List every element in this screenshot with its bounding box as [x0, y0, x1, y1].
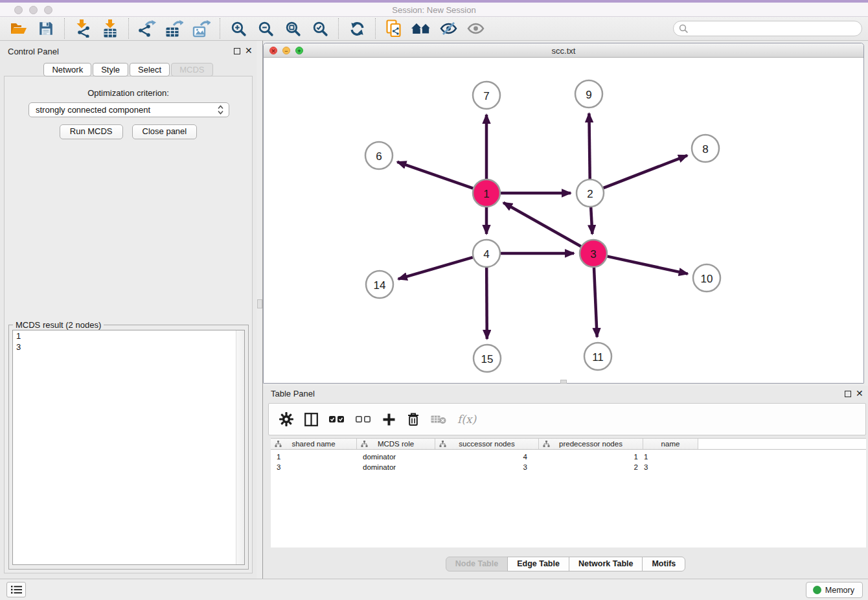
task-history-button[interactable] [6, 582, 26, 597]
network-resize-grip[interactable] [560, 380, 567, 384]
graph-edge-1-6[interactable] [397, 162, 473, 189]
graph-edge-3-11[interactable] [594, 268, 597, 337]
table-deselect-all-button[interactable] [356, 415, 371, 423]
cell-shared-name[interactable]: 3 [271, 463, 357, 471]
list-icon [11, 585, 22, 594]
graph-node-4[interactable]: 4 [473, 240, 500, 267]
table-column-pane-button[interactable] [304, 413, 318, 426]
zoom-in-button[interactable] [229, 19, 248, 38]
tab-motifs[interactable]: Motifs [642, 557, 685, 571]
show-button[interactable] [466, 19, 485, 38]
column-label: predecessor nodes [559, 440, 622, 448]
export-image-button[interactable] [192, 19, 211, 38]
graph-node-6[interactable]: 6 [365, 142, 393, 169]
new-network-from-selection-button[interactable] [384, 19, 404, 38]
cell-mcds-role[interactable]: dominator [357, 453, 435, 461]
import-network-button[interactable] [73, 19, 93, 38]
tree-icon [543, 441, 550, 448]
graph-node-9[interactable]: 9 [575, 80, 602, 108]
float-table-panel-icon[interactable] [845, 391, 851, 397]
network-graph[interactable]: 7968124310141511 [264, 58, 863, 383]
splitter-grip[interactable] [257, 299, 262, 308]
panel-splitter[interactable] [257, 41, 263, 579]
memory-button[interactable]: Memory [806, 582, 863, 598]
graph-node-14[interactable]: 14 [366, 271, 393, 298]
table-delete-button[interactable] [407, 412, 420, 426]
network-canvas[interactable]: 7968124310141511 [264, 58, 863, 383]
table-delete-table-button[interactable] [431, 414, 446, 424]
toolbar-separator [375, 18, 376, 39]
graph-edge-3-1[interactable] [503, 203, 581, 246]
column-header-mcds-role[interactable]: MCDS role [357, 439, 435, 449]
graph-edge-3-10[interactable] [607, 257, 687, 274]
tab-mcds[interactable]: MCDS [171, 63, 212, 76]
graph-node-label: 3 [590, 248, 596, 260]
export-network-icon [138, 19, 156, 38]
tab-edge-table[interactable]: Edge Table [507, 557, 569, 571]
zoom-out-button[interactable] [256, 19, 275, 38]
zoom-fit-button[interactable] [283, 19, 303, 38]
mcds-result-list[interactable]: 1 3 [12, 330, 245, 565]
toolbar-separator [220, 18, 220, 39]
close-panel-button[interactable]: Close panel [132, 124, 198, 139]
tab-network[interactable]: Network [43, 63, 91, 76]
graph-node-15[interactable]: 15 [474, 345, 501, 372]
save-session-button[interactable] [36, 19, 56, 38]
cell-name[interactable]: 1 [638, 453, 693, 461]
table-row[interactable]: 3 dominator 3 2 3 [271, 462, 866, 472]
table-select-all-button[interactable] [329, 415, 345, 423]
graph-node-7[interactable]: 7 [473, 82, 500, 109]
export-table-button[interactable] [165, 19, 184, 38]
control-panel: Control Panel ✕ Network Style Select MCD… [0, 41, 257, 579]
hide-button[interactable] [439, 19, 458, 38]
column-header-predecessor-nodes[interactable]: predecessor nodes [539, 439, 643, 449]
optimization-criterion-dropdown[interactable]: strongly connected component [29, 102, 229, 117]
tab-network-table[interactable]: Network Table [569, 557, 643, 571]
graph-node-8[interactable]: 8 [692, 135, 719, 162]
graph-node-11[interactable]: 11 [584, 343, 611, 370]
cell-predecessor-nodes[interactable]: 2 [527, 463, 638, 471]
graph-edge-4-15[interactable] [486, 268, 487, 339]
table-row[interactable]: 1 dominator 4 1 1 [271, 452, 866, 462]
table-add-button[interactable] [382, 413, 396, 426]
result-item[interactable]: 1 [13, 330, 244, 341]
graph-node-2[interactable]: 2 [577, 179, 604, 207]
cell-mcds-role[interactable]: dominator [357, 463, 435, 471]
cell-predecessor-nodes[interactable]: 1 [527, 453, 638, 461]
network-window-titlebar[interactable]: ✕ − + scc.txt [264, 43, 863, 58]
export-network-button[interactable] [137, 19, 157, 38]
table-settings-button[interactable] [279, 412, 293, 426]
close-panel-icon[interactable]: ✕ [245, 46, 253, 55]
import-table-button[interactable] [100, 19, 120, 38]
tab-node-table[interactable]: Node Table [446, 557, 508, 571]
cell-successor-nodes[interactable]: 3 [435, 463, 527, 471]
result-item[interactable]: 3 [13, 341, 244, 352]
graph-node-3[interactable]: 3 [580, 240, 607, 267]
graph-node-10[interactable]: 10 [693, 264, 720, 292]
column-label: MCDS role [378, 440, 414, 448]
graph-edge-2-8[interactable] [604, 156, 688, 188]
column-header-shared-name[interactable]: shared name [271, 439, 357, 449]
float-panel-icon[interactable] [234, 48, 240, 54]
homes-button[interactable] [411, 19, 431, 38]
column-header-successor-nodes[interactable]: successor nodes [435, 439, 539, 449]
cell-name[interactable]: 3 [638, 463, 693, 471]
node-table: shared name MCDS role successor nodes [271, 438, 866, 548]
cell-shared-name[interactable]: 1 [271, 453, 357, 461]
graph-edge-4-14[interactable] [398, 257, 473, 279]
column-header-name[interactable]: name [643, 439, 698, 449]
cell-successor-nodes[interactable]: 4 [435, 453, 527, 461]
refresh-layout-button[interactable] [347, 19, 367, 38]
close-table-panel-icon[interactable]: ✕ [856, 389, 863, 398]
tab-select[interactable]: Select [130, 63, 170, 76]
result-scrollbar[interactable] [236, 330, 244, 564]
tab-style[interactable]: Style [93, 63, 128, 76]
search-input[interactable] [673, 21, 862, 36]
function-builder-button[interactable]: f(x) [457, 413, 476, 426]
run-mcds-button[interactable]: Run MCDS [60, 124, 123, 139]
zoom-selected-button[interactable] [310, 19, 330, 38]
graph-edge-2-9[interactable] [589, 113, 589, 179]
open-session-button[interactable] [9, 19, 29, 38]
graph-node-1[interactable]: 1 [473, 179, 500, 207]
graph-edge-2-3[interactable] [591, 207, 592, 234]
